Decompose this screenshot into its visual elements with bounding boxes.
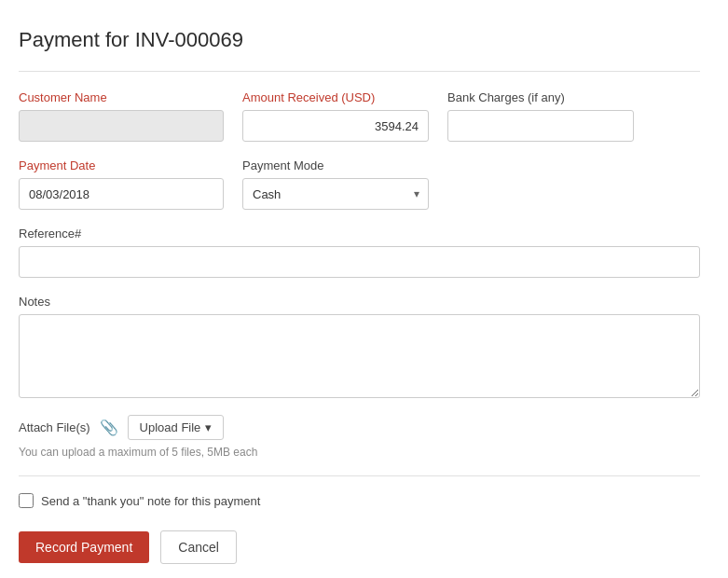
amount-received-group: Amount Received (USD) — [242, 90, 429, 142]
reference-group: Reference# — [19, 227, 700, 278]
payment-date-label: Payment Date — [19, 158, 224, 172]
notes-textarea[interactable] — [19, 314, 700, 398]
payment-date-input[interactable] — [19, 178, 224, 210]
attach-label: Attach File(s) — [19, 420, 90, 434]
payment-date-group: Payment Date — [19, 158, 224, 210]
amount-received-input[interactable] — [242, 110, 429, 142]
payment-mode-select[interactable]: Cash Check Bank Transfer Credit Card — [242, 178, 429, 210]
page-title: Payment for INV-000069 — [19, 28, 700, 52]
upload-chevron-icon: ▾ — [205, 420, 212, 434]
notes-label: Notes — [19, 295, 700, 309]
payment-mode-select-wrapper: Cash Check Bank Transfer Credit Card — [242, 178, 429, 210]
customer-name-label: Customer Name — [19, 90, 224, 104]
reference-input[interactable] — [19, 246, 700, 278]
upload-file-label: Upload File — [140, 420, 201, 434]
reference-label: Reference# — [19, 227, 700, 241]
bank-charges-input[interactable] — [447, 110, 634, 142]
bank-charges-group: Bank Charges (if any) — [447, 90, 634, 142]
top-divider — [19, 71, 700, 72]
action-row: Record Payment Cancel — [19, 530, 700, 564]
middle-divider — [19, 475, 700, 476]
record-payment-button[interactable]: Record Payment — [19, 531, 149, 563]
customer-name-input[interactable] — [19, 110, 224, 142]
upload-file-button[interactable]: Upload File ▾ — [128, 415, 225, 440]
form-row-notes: Notes — [19, 295, 700, 398]
paperclip-icon: 📎 — [100, 419, 118, 436]
upload-hint: You can upload a maximum of 5 files, 5MB… — [19, 446, 700, 459]
form-row-2: Payment Date Payment Mode Cash Check Ban… — [19, 158, 700, 210]
bank-charges-label: Bank Charges (if any) — [447, 90, 634, 104]
page-container: Payment for INV-000069 Customer Name Amo… — [0, 0, 728, 578]
amount-received-label: Amount Received (USD) — [242, 90, 429, 104]
thank-you-checkbox[interactable] — [19, 493, 34, 508]
thank-you-label: Send a "thank you" note for this payment — [41, 494, 260, 508]
form-row-reference: Reference# — [19, 227, 700, 278]
attach-row: Attach File(s) 📎 Upload File ▾ — [19, 415, 700, 440]
payment-mode-label: Payment Mode — [242, 158, 429, 172]
payment-mode-group: Payment Mode Cash Check Bank Transfer Cr… — [242, 158, 429, 210]
form-row-1: Customer Name Amount Received (USD) Bank… — [19, 90, 700, 142]
customer-name-group: Customer Name — [19, 90, 224, 142]
notes-group: Notes — [19, 295, 700, 398]
thank-you-row: Send a "thank you" note for this payment — [19, 493, 700, 508]
cancel-button[interactable]: Cancel — [160, 530, 237, 564]
